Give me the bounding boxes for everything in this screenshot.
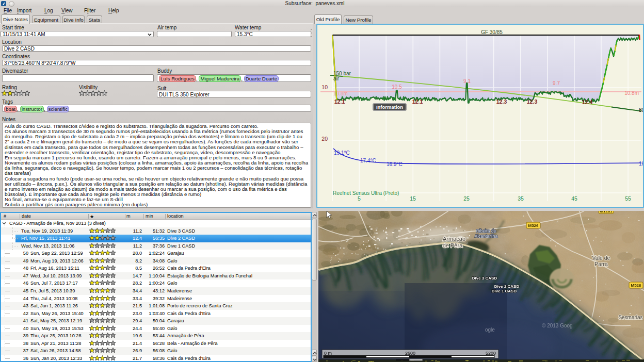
svg-text:GF 30/85: GF 30/85 — [481, 29, 503, 35]
svg-text:Reefnet Sensus Ultra (Preto): Reefnet Sensus Ultra (Preto) — [333, 190, 399, 196]
svg-text:5200: 5200 — [486, 351, 496, 356]
svg-text:de Pêra: de Pêra — [443, 242, 463, 249]
svg-text:5: 5 — [358, 195, 361, 202]
svg-text:12.4: 12.4 — [582, 99, 593, 105]
svg-text:10.8m: 10.8m — [624, 90, 639, 96]
svg-text:Dive 1 CASD: Dive 1 CASD — [492, 289, 517, 293]
svg-text:20: 20 — [321, 136, 328, 142]
svg-text:12.1: 12.1 — [412, 98, 423, 105]
svg-text:Armação: Armação — [443, 236, 465, 242]
svg-text:16.9°C: 16.9°C — [387, 161, 403, 167]
svg-text:10.5: 10.5 — [392, 84, 402, 90]
svg-text:Alcantarilha: Alcantarilha — [475, 234, 498, 239]
svg-text:12.3: 12.3 — [527, 98, 538, 105]
svg-text:9.7: 9.7 — [553, 80, 560, 86]
svg-text:Sesmarias: Sesmarias — [618, 315, 642, 320]
svg-text:25: 25 — [463, 195, 470, 202]
svg-text:M526: M526 — [528, 223, 539, 228]
svg-text:M1281: M1281 — [600, 211, 613, 213]
svg-text:Dive 2 CASD: Dive 2 CASD — [494, 284, 520, 289]
svg-text:17.4°C: 17.4°C — [360, 158, 376, 163]
svg-text:0 m: 0 m — [324, 351, 332, 356]
svg-text:M526: M526 — [631, 283, 641, 288]
svg-text:9.1: 9.1 — [463, 78, 471, 84]
svg-text:35: 35 — [518, 195, 524, 202]
svg-text:19.1°C: 19.1°C — [334, 150, 350, 156]
svg-text:45: 45 — [571, 195, 577, 202]
svg-text:air: air — [333, 76, 340, 81]
svg-text:10: 10 — [321, 84, 328, 90]
svg-text:© 2013 Goog: © 2013 Goog — [542, 323, 573, 328]
svg-text:Dive 3 CASD: Dive 3 CASD — [472, 276, 497, 281]
svg-text:55: 55 — [625, 195, 631, 202]
svg-text:ogle: ogle — [485, 327, 495, 333]
svg-text:12.1: 12.1 — [334, 98, 345, 105]
svg-text:15: 15 — [410, 195, 416, 202]
svg-text:Ribeira de: Ribeira de — [476, 228, 496, 234]
svg-text:2600: 2600 — [405, 351, 415, 356]
svg-text:16.5°C: 16.5°C — [639, 161, 643, 167]
svg-text:12.3: 12.3 — [496, 98, 507, 105]
svg-text:80: 80 — [639, 107, 643, 113]
svg-text:Parra: Parra — [594, 261, 608, 267]
svg-text:Vale de: Vale de — [592, 255, 610, 261]
